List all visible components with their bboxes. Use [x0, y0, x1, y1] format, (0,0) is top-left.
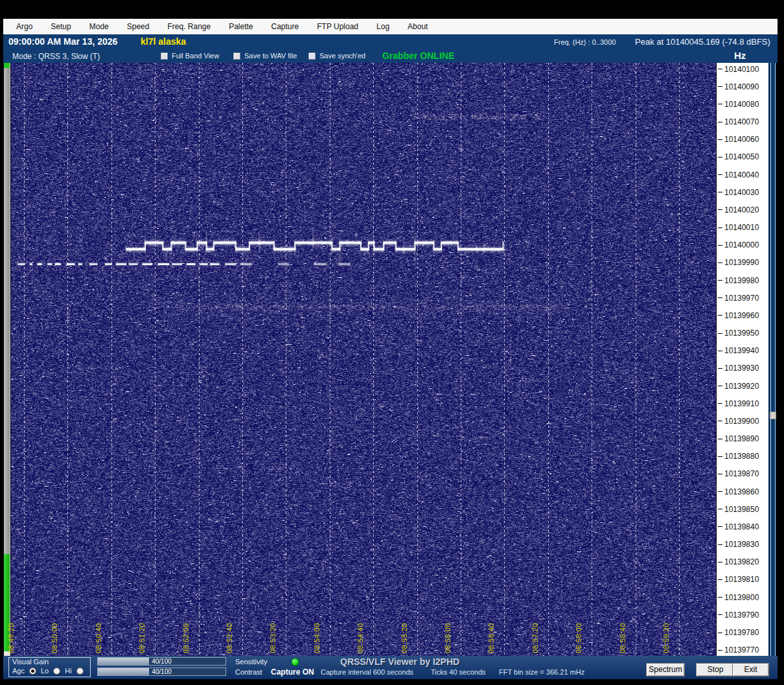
- freq-tick-label: 10140030: [724, 188, 759, 197]
- freq-axis-row: 10139970: [718, 294, 768, 302]
- freq-tick-label: 10139940: [724, 346, 759, 355]
- freq-tick-label: 10139870: [724, 469, 759, 478]
- checkbox-label: Save to WAV file: [244, 52, 297, 60]
- time-tick-label: 08:52:40: [225, 623, 233, 653]
- checkbox-save-to-wav-file[interactable]: Save to WAV file: [233, 52, 297, 60]
- frequency-axis: 1014010010140090101400801014007010140060…: [717, 63, 768, 656]
- menu-item-argo[interactable]: Argo: [7, 22, 41, 31]
- freq-tick-label: 10139900: [724, 417, 759, 426]
- slider-contrast[interactable]: 40/100: [97, 668, 226, 676]
- freq-tick-mark: [718, 262, 722, 263]
- freq-axis-row: 10139950: [718, 329, 768, 338]
- freq-axis-row: 10140000: [718, 241, 768, 250]
- menu-item-mode[interactable]: Mode: [80, 22, 118, 31]
- freq-tick-label: 10140020: [724, 205, 759, 215]
- freq-tick-mark: [718, 439, 722, 439]
- time-tick-label: 08:58:40: [619, 623, 627, 653]
- freq-tick-label: 10139840: [724, 522, 759, 531]
- scrollbar-handle[interactable]: [770, 412, 776, 419]
- callsign-label: kl7l alaska: [141, 36, 186, 47]
- frequency-scrollbar[interactable]: [768, 63, 776, 656]
- freq-tick-mark: [718, 245, 722, 246]
- time-tick-label: 08:49:20: [7, 623, 15, 653]
- freq-tick-mark: [718, 280, 722, 281]
- time-tick-label: 08:57:20: [531, 623, 539, 653]
- freq-tick-label: 10139860: [724, 487, 759, 496]
- freq-axis-row: 10139770: [718, 646, 768, 655]
- spectrum-button[interactable]: Spectrum: [646, 663, 685, 677]
- freq-tick-label: 10139780: [724, 628, 759, 637]
- stop-button[interactable]: Stop: [696, 663, 735, 677]
- freq-tick-label: 10139800: [724, 593, 759, 602]
- checkbox-save-synch-ed[interactable]: Save synch'ed: [308, 52, 365, 60]
- freq-axis-row: 10139910: [718, 399, 768, 408]
- radio-hi[interactable]: [76, 668, 84, 675]
- menu-item-palette[interactable]: Palette: [220, 22, 262, 31]
- freq-axis-row: 10139920: [718, 382, 768, 390]
- slider-label-sensitivity: Sensitivity: [235, 658, 268, 666]
- freq-tick-mark: [718, 403, 722, 404]
- radio-label-agc: Agc: [12, 667, 25, 675]
- freq-axis-row: 10139960: [718, 311, 768, 319]
- menu-item-about[interactable]: About: [398, 22, 437, 31]
- checkbox-label: Save synch'ed: [319, 52, 365, 60]
- freq-axis-row: 10139890: [718, 435, 768, 443]
- freq-tick-mark: [718, 597, 722, 598]
- visual-gain-radios: AgcLoHi: [12, 667, 84, 675]
- freq-tick-label: 10139950: [724, 329, 759, 338]
- freq-tick-mark: [718, 174, 722, 175]
- freq-tick-label: 10140010: [724, 223, 759, 232]
- app-title: QRSS/VLF Viewer by I2PHD: [340, 656, 459, 667]
- freq-axis-row: 10140020: [718, 205, 768, 214]
- radio-agc[interactable]: [29, 668, 36, 675]
- status-bar: 09:00:00 AM Mar 13, 2026 kl7l alaska Fre…: [3, 34, 778, 50]
- freq-tick-label: 10139920: [724, 382, 759, 391]
- freq-axis-row: 10139780: [718, 629, 768, 637]
- freq-axis-row: 10139810: [718, 575, 768, 584]
- freq-axis-row: 10140030: [718, 188, 768, 196]
- menu-item-capture[interactable]: Capture: [262, 22, 308, 31]
- freq-tick-mark: [718, 579, 722, 580]
- freq-tick-mark: [718, 351, 722, 351]
- menu-item-setup[interactable]: Setup: [41, 22, 80, 31]
- time-tick-label: 08:50:40: [95, 623, 102, 653]
- menu-item-ftp-upload[interactable]: FTP Upload: [308, 22, 367, 31]
- freq-axis-unit: Hz: [734, 50, 746, 61]
- freq-tick-mark: [718, 86, 722, 87]
- freq-tick-mark: [718, 209, 722, 210]
- freq-axis-row: 10140100: [718, 65, 768, 73]
- scrollbar-track-line: [775, 63, 776, 656]
- radio-lo[interactable]: [53, 668, 60, 675]
- menu-item-freq-range[interactable]: Freq. Range: [158, 22, 220, 31]
- exit-button[interactable]: Exit: [732, 663, 769, 677]
- freq-tick-label: 10139880: [724, 452, 759, 461]
- checkbox-full-band-view[interactable]: Full Band View: [161, 52, 219, 60]
- menu-item-speed[interactable]: Speed: [118, 22, 159, 31]
- freq-tick-mark: [718, 633, 722, 633]
- slider-sensitivity[interactable]: 40/100: [97, 657, 226, 666]
- freq-axis-row: 10139880: [718, 452, 768, 461]
- menu-item-log[interactable]: Log: [367, 22, 398, 31]
- freq-axis-row: 10140080: [718, 100, 768, 108]
- time-tick-label: 08:55:20: [400, 623, 408, 653]
- freq-axis-row: 10140090: [718, 82, 768, 91]
- freq-axis-row: 10139990: [718, 259, 768, 267]
- time-tick-label: 08:53:20: [269, 623, 277, 653]
- spectrogram-canvas[interactable]: [11, 63, 716, 656]
- freq-tick-mark: [718, 562, 722, 563]
- freq-tick-label: 10139790: [724, 610, 759, 620]
- freq-axis-row: 10140010: [718, 224, 768, 232]
- freq-tick-mark: [718, 386, 722, 386]
- checkbox-box[interactable]: [161, 52, 168, 60]
- freq-tick-mark: [718, 491, 722, 492]
- freq-axis-row: 10139870: [718, 470, 768, 478]
- freq-axis-row: 10139850: [718, 505, 768, 513]
- checkbox-box[interactable]: [308, 52, 316, 60]
- checkbox-box[interactable]: [233, 52, 240, 60]
- freq-tick-mark: [718, 333, 722, 334]
- freq-tick-mark: [718, 509, 722, 509]
- time-tick-label: 08:52:00: [182, 623, 190, 653]
- freq-axis-row: 10140070: [718, 118, 768, 126]
- freq-tick-mark: [718, 69, 722, 69]
- freq-tick-label: 10140080: [724, 100, 759, 109]
